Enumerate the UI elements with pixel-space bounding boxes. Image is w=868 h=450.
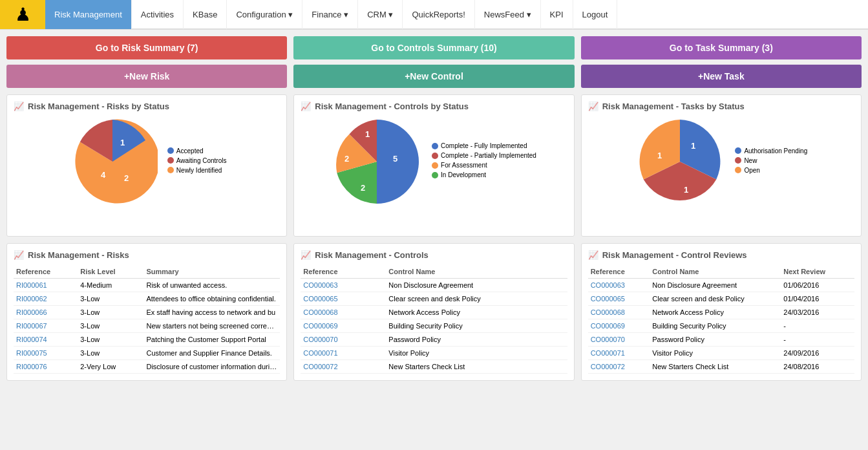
risk-ref-link[interactable]: RI000067 xyxy=(16,322,47,330)
nav-kpi[interactable]: KPI xyxy=(541,0,573,29)
control-ref-link[interactable]: CO000072 xyxy=(303,363,337,370)
risk-ref-link[interactable]: RI000075 xyxy=(16,349,47,357)
svg-text:4: 4 xyxy=(101,170,106,180)
reviews-col-name: Control Name xyxy=(650,265,781,279)
main-content: Go to Risk Summary (7) Go to Controls Su… xyxy=(0,30,868,387)
charts-row: 📈 Risk Management - Risks by Status 4 2 … xyxy=(6,94,862,237)
nav-logout[interactable]: Logout xyxy=(573,0,618,29)
review-ref-link[interactable]: CO000072 xyxy=(591,363,625,370)
nav-risk-management[interactable]: Risk Management xyxy=(45,0,132,29)
risk-summary: New starters not being screened correctl… xyxy=(143,319,280,333)
nav-kbase[interactable]: KBase xyxy=(184,0,227,29)
review-next-date: - xyxy=(781,319,854,333)
control-name: Building Security Policy xyxy=(386,319,567,333)
table-row: RI000067 3-Low New starters not being sc… xyxy=(14,319,280,333)
nav-newsfeed[interactable]: NewsFeed ▾ xyxy=(475,0,541,29)
risks-col-summary: Summary xyxy=(143,265,280,279)
nav-activities[interactable]: Activities xyxy=(132,0,184,29)
review-next-date: 24/08/2016 xyxy=(781,360,854,374)
risks-col-level: Risk Level xyxy=(78,265,143,279)
legend-dot-new xyxy=(735,157,741,164)
risk-level: 2-Very Low xyxy=(78,360,143,374)
svg-text:1: 1 xyxy=(120,138,125,147)
reviews-col-review: Next Review xyxy=(781,265,854,279)
review-next-date: 01/06/2016 xyxy=(781,279,854,292)
nav-finance[interactable]: Finance ▾ xyxy=(302,0,358,29)
review-control-name: Network Access Policy xyxy=(650,306,781,319)
review-ref-link[interactable]: CO000065 xyxy=(591,295,625,303)
svg-text:1: 1 xyxy=(691,141,695,151)
legend-fully: Complete - Fully Implemented xyxy=(432,142,536,149)
new-task-button[interactable]: +New Task xyxy=(581,65,862,88)
table-icon-controls: 📈 xyxy=(301,250,311,260)
risk-ref-link[interactable]: RI000062 xyxy=(16,295,47,303)
table-row: CO000069 Building Security Policy - xyxy=(588,319,854,333)
tables-row: 📈 Risk Management - Risks Reference Risk… xyxy=(6,243,862,381)
risk-summary: Customer and Supplier Finance Details. xyxy=(143,347,280,360)
control-ref-link[interactable]: CO000071 xyxy=(303,349,337,357)
review-ref-link[interactable]: CO000070 xyxy=(591,336,625,343)
risk-level: 3-Low xyxy=(78,319,143,333)
svg-text:1: 1 xyxy=(657,151,662,160)
review-ref-link[interactable]: CO000063 xyxy=(591,281,625,289)
control-ref-link[interactable]: CO000065 xyxy=(303,295,337,303)
control-name: Clear screen and desk Policy xyxy=(386,292,567,306)
legend-dot-development xyxy=(432,172,438,178)
risk-level: 3-Low xyxy=(78,347,143,360)
table-row: RI000061 4-Medium Risk of unwanted acces… xyxy=(14,279,280,292)
control-ref-link[interactable]: CO000069 xyxy=(303,322,337,330)
task-summary-button[interactable]: Go to Task Summary (3) xyxy=(581,36,862,59)
risk-level: 3-Low xyxy=(78,292,143,306)
review-control-name: Password Policy xyxy=(650,333,781,347)
tasks-pie-chart: 1 1 1 xyxy=(635,116,725,207)
summary-buttons: Go to Risk Summary (7) Go to Controls Su… xyxy=(6,36,862,59)
risk-ref-link[interactable]: RI000074 xyxy=(16,336,47,343)
risk-ref-link[interactable]: RI000076 xyxy=(16,363,47,370)
controls-legend: Complete - Fully Implemented Complete - … xyxy=(432,142,536,181)
risk-ref-link[interactable]: RI000066 xyxy=(16,308,47,316)
new-risk-button[interactable]: +New Risk xyxy=(6,65,287,88)
chart-icon-3: 📈 xyxy=(588,102,598,111)
tasks-legend: Authorisation Pending New Open xyxy=(735,147,807,177)
legend-partial: Complete - Partially Implemented xyxy=(432,152,536,159)
control-reviews-table: Reference Control Name Next Review CO000… xyxy=(588,265,854,374)
control-name: New Starters Check List xyxy=(386,360,567,374)
legend-dot-newly xyxy=(167,167,174,173)
new-control-button[interactable]: +New Control xyxy=(293,65,574,88)
legend-dot-fully xyxy=(432,143,438,149)
review-ref-link[interactable]: CO000071 xyxy=(591,349,625,357)
risk-summary: Ex staff having access to network and bu xyxy=(143,306,280,319)
controls-chart-card: 📈 Risk Management - Controls by Status 5… xyxy=(293,94,574,237)
control-ref-link[interactable]: CO000068 xyxy=(303,308,337,316)
risks-pie-chart: 4 2 1 xyxy=(67,116,158,207)
review-next-date: 24/09/2016 xyxy=(781,347,854,360)
svg-text:2: 2 xyxy=(344,154,349,164)
controls-chart-title: 📈 Risk Management - Controls by Status xyxy=(301,102,567,111)
review-control-name: Visitor Policy xyxy=(650,347,781,360)
new-buttons: +New Risk +New Control +New Task xyxy=(6,65,862,88)
legend-accepted: Accepted xyxy=(167,147,227,155)
table-row: RI000075 3-Low Customer and Supplier Fin… xyxy=(14,347,280,360)
control-name: Visitor Policy xyxy=(386,347,567,360)
risk-ref-link[interactable]: RI000061 xyxy=(16,281,47,289)
review-ref-link[interactable]: CO000069 xyxy=(591,322,625,330)
control-ref-link[interactable]: CO000070 xyxy=(303,336,337,343)
risks-col-ref: Reference xyxy=(14,265,78,279)
controls-summary-button[interactable]: Go to Controls Summary (10) xyxy=(293,36,574,59)
risk-summary-button[interactable]: Go to Risk Summary (7) xyxy=(6,36,287,59)
tasks-chart-area: 1 1 1 Authorisation Pending New xyxy=(588,116,854,207)
review-next-date: 24/03/2016 xyxy=(781,306,854,319)
table-icon-reviews: 📈 xyxy=(588,250,598,260)
reviews-col-ref: Reference xyxy=(588,265,650,279)
navbar: ♟ Risk Management Activities KBase Confi… xyxy=(0,0,868,30)
table-row: RI000066 3-Low Ex staff having access to… xyxy=(14,306,280,319)
nav-quickreports[interactable]: QuickReports! xyxy=(403,0,474,29)
tasks-chart-card: 📈 Risk Management - Tasks by Status 1 1 … xyxy=(581,94,862,237)
table-row: CO000063 Non Disclosure Agreement 01/06/… xyxy=(588,279,854,292)
table-row: CO000072 New Starters Check List 24/08/2… xyxy=(588,360,854,374)
control-ref-link[interactable]: CO000063 xyxy=(303,281,337,289)
nav-crm[interactable]: CRM ▾ xyxy=(358,0,403,29)
table-row: CO000069 Building Security Policy xyxy=(301,319,567,333)
nav-configuration[interactable]: Configuration ▾ xyxy=(227,0,302,29)
review-ref-link[interactable]: CO000068 xyxy=(591,308,625,316)
